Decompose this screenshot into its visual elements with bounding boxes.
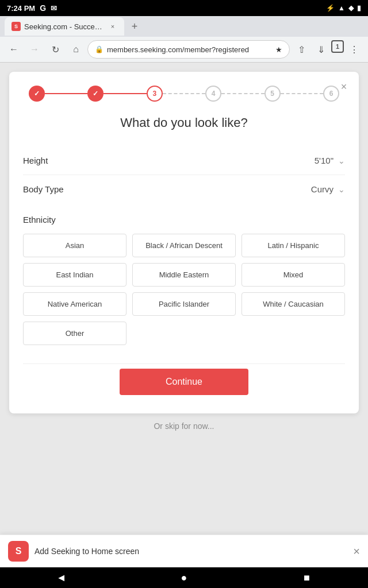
step-2: ✓ [87, 86, 103, 102]
step-1: ✓ [29, 86, 45, 102]
continue-button[interactable]: Continue [120, 369, 248, 395]
step-4: 4 [205, 86, 221, 102]
tab-label: Seeking.com - Successful a... [24, 22, 105, 31]
ethnicity-east-indian[interactable]: East Indian [23, 263, 126, 287]
google-icon: G [40, 3, 46, 13]
nav-actions: ⇧ ⇓ 1 ⋮ [292, 40, 363, 59]
add-to-homescreen-banner: S Add Seeking to Home screen × [0, 535, 368, 567]
height-chevron-icon: ⌄ [338, 156, 345, 165]
ethnicity-section-label: Ethnicity [23, 215, 345, 225]
wifi-icon: ◆ [348, 4, 354, 12]
skip-link[interactable]: Or skip for now... [9, 421, 359, 431]
home-button[interactable]: ⌂ [67, 40, 85, 59]
step-3: 3 [147, 86, 163, 102]
ethnicity-asian[interactable]: Asian [23, 234, 126, 257]
battery-icon: ▮ [357, 4, 361, 12]
ethnicity-section: Ethnicity Asian Black / African Descent … [23, 203, 345, 345]
body-type-label: Body Type [23, 184, 64, 194]
status-bar: 7:24 PM G ✉ ⚡ ▲ ◆ ▮ [0, 0, 368, 16]
new-tab-button[interactable]: + [126, 18, 143, 34]
refresh-button[interactable]: ↻ [46, 40, 64, 59]
tab-count-button[interactable]: 1 [331, 40, 344, 53]
ethnicity-mixed[interactable]: Mixed [241, 263, 345, 287]
signal-icon: ▲ [338, 4, 345, 12]
body-type-value: Curvy [311, 184, 334, 194]
body-type-chevron-icon: ⌄ [338, 185, 345, 194]
star-icon: ★ [275, 45, 282, 54]
status-bar-left: 7:24 PM G ✉ [7, 3, 57, 13]
download-button[interactable]: ⇓ [312, 40, 330, 59]
ethnicity-other[interactable]: Other [23, 322, 126, 345]
ethnicity-native-american[interactable]: Native American [23, 292, 126, 316]
height-label: Height [23, 156, 48, 165]
forward-button[interactable]: → [25, 40, 44, 59]
height-value: 5'10" [315, 156, 334, 165]
modal-card: × ✓ ✓ 3 4 5 [9, 72, 359, 413]
body-type-value-dropdown[interactable]: Curvy ⌄ [311, 184, 345, 194]
android-recent-button[interactable]: ■ [292, 567, 321, 588]
address-url: members.seeking.com/member?registered [107, 45, 272, 54]
tab-favicon: S [12, 22, 21, 31]
page-content: × ✓ ✓ 3 4 5 [0, 63, 368, 465]
lock-icon: 🔒 [95, 45, 103, 53]
more-menu-button[interactable]: ⋮ [345, 40, 363, 59]
continue-section: Continue [23, 363, 345, 400]
height-value-dropdown[interactable]: 5'10" ⌄ [315, 156, 345, 165]
step-line-1-2 [45, 93, 87, 94]
step-line-5-6 [281, 93, 323, 94]
step-line-3-4 [163, 93, 205, 94]
body-type-row[interactable]: Body Type Curvy ⌄ [23, 175, 345, 203]
banner-text: Add Seeking to Home screen [34, 547, 347, 556]
ethnicity-pacific-islander[interactable]: Pacific Islander [132, 292, 236, 316]
tab-bar: S Seeking.com - Successful a... × + [0, 16, 368, 37]
back-button[interactable]: ← [5, 40, 23, 59]
android-home-button[interactable]: ● [170, 567, 198, 588]
nav-bar: ← → ↻ ⌂ 🔒 members.seeking.com/member?reg… [0, 37, 368, 62]
bluetooth-icon: ⚡ [326, 4, 335, 12]
modal-close-button[interactable]: × [336, 79, 352, 95]
ethnicity-middle-eastern[interactable]: Middle Eastern [132, 263, 236, 287]
status-time: 7:24 PM [7, 4, 35, 13]
banner-app-icon: S [8, 541, 29, 562]
status-bar-right: ⚡ ▲ ◆ ▮ [326, 4, 361, 12]
android-back-button[interactable]: ◄ [47, 567, 76, 588]
share-button[interactable]: ⇧ [292, 40, 310, 59]
height-row[interactable]: Height 5'10" ⌄ [23, 146, 345, 175]
ethnicity-white-caucasian[interactable]: White / Caucasian [241, 292, 345, 316]
banner-close-button[interactable]: × [353, 546, 360, 557]
bottom-nav: ◄ ● ■ [0, 567, 368, 588]
form-title: What do you look like? [23, 115, 345, 130]
mail-icon: ✉ [51, 4, 57, 13]
tab-close-button[interactable]: × [108, 22, 117, 31]
ethnicity-latin-hispanic[interactable]: Latin / Hispanic [241, 234, 345, 257]
active-tab[interactable]: S Seeking.com - Successful a... × [5, 17, 124, 36]
progress-steps: ✓ ✓ 3 4 5 6 [23, 86, 345, 102]
ethnicity-grid: Asian Black / African Descent Latin / Hi… [23, 234, 345, 345]
step-line-2-3 [103, 93, 146, 94]
ethnicity-black-african[interactable]: Black / African Descent [132, 234, 236, 257]
browser-chrome: S Seeking.com - Successful a... × + ← → … [0, 16, 368, 63]
step-line-4-5 [221, 93, 264, 94]
step-5: 5 [264, 86, 281, 102]
address-bar[interactable]: 🔒 members.seeking.com/member?registered … [87, 40, 290, 59]
